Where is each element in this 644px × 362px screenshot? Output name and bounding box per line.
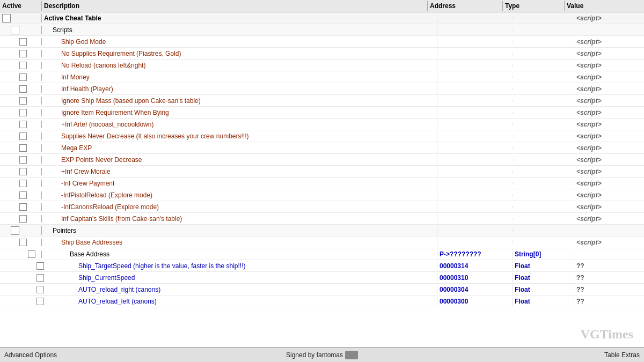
checkbox[interactable] <box>19 132 27 140</box>
checkbox[interactable] <box>19 168 27 175</box>
checkbox[interactable] <box>19 38 27 46</box>
checkbox[interactable] <box>19 191 27 199</box>
table-content[interactable]: Active Cheat Table<script>ScriptsShip Go… <box>0 12 644 347</box>
value-cell: <script> <box>574 61 644 70</box>
active-cell[interactable] <box>0 239 42 246</box>
table-row[interactable]: -InfPistolReload (Explore mode)<script> <box>0 189 644 201</box>
active-cell[interactable] <box>0 14 42 23</box>
active-cell[interactable] <box>0 38 42 46</box>
table-row[interactable]: Ship_CurrentSpeed00000310Float?? <box>0 272 644 284</box>
active-cell[interactable] <box>0 109 42 116</box>
active-cell[interactable] <box>0 226 42 235</box>
col-type-header: Type <box>503 1 565 11</box>
table-row[interactable]: Inf Money<script> <box>0 71 644 83</box>
checkbox[interactable] <box>19 239 27 246</box>
checkbox[interactable] <box>19 203 27 211</box>
checkbox[interactable] <box>19 144 27 152</box>
row-label: EXP Points Never Decrease <box>61 156 142 164</box>
footer-right[interactable]: Table Extras <box>362 351 644 359</box>
checkbox[interactable] <box>19 109 27 116</box>
table-row[interactable]: Ignore Ship Mass (based upon Cake-san's … <box>0 95 644 107</box>
table-row[interactable]: AUTO_reload_left (canons)00000300Float?? <box>0 295 644 307</box>
active-cell[interactable] <box>0 132 42 140</box>
active-cell[interactable] <box>0 50 42 57</box>
table-row[interactable]: EXP Points Never Decrease<script> <box>0 154 644 166</box>
active-cell[interactable] <box>0 286 42 293</box>
active-cell[interactable] <box>0 262 42 270</box>
active-cell[interactable] <box>0 250 42 258</box>
row-label: Inf Capitan's Skills (from Cake-san's ta… <box>61 215 182 223</box>
table-row[interactable]: Ignore Item Requirement When Bying<scrip… <box>0 107 644 119</box>
table-row[interactable]: Ship Base Addresses<script> <box>0 237 644 248</box>
address-cell: 00000304 <box>437 285 513 294</box>
checkbox[interactable] <box>19 73 27 81</box>
table-row[interactable]: Supplies Never Decrease (It also increas… <box>0 130 644 142</box>
table-row[interactable]: No Supplies Requirement (Piastres, Gold)… <box>0 48 644 60</box>
checkbox[interactable] <box>19 121 27 128</box>
table-row[interactable]: No Reload (canons left&right)<script> <box>0 60 644 71</box>
row-label: -InfPistolReload (Explore mode) <box>61 191 152 199</box>
active-cell[interactable] <box>0 191 42 199</box>
address-cell: 00000310 <box>437 273 513 283</box>
address-cell: P->???????? <box>437 249 513 259</box>
description-cell: Pointers <box>42 226 437 235</box>
checkbox[interactable] <box>11 26 19 34</box>
row-label: Scripts <box>53 26 72 34</box>
active-cell[interactable] <box>0 180 42 187</box>
footer-left[interactable]: Advanced Options <box>0 351 282 359</box>
active-cell[interactable] <box>0 97 42 105</box>
checkbox[interactable] <box>19 85 27 93</box>
value-cell: ?? <box>574 297 644 306</box>
description-cell: +Inf Crew Morale <box>42 167 437 176</box>
description-cell: Supplies Never Decrease (It also increas… <box>42 131 437 141</box>
type-cell <box>513 17 574 19</box>
table-row[interactable]: +Inf Crew Morale<script> <box>0 166 644 178</box>
table-row[interactable]: Mega EXP<script> <box>0 142 644 154</box>
table-row[interactable]: Ship_TargetSpeed (higher is the value, f… <box>0 260 644 272</box>
table-row[interactable]: AUTO_reload_right (canons)00000304Float?… <box>0 284 644 295</box>
active-cell[interactable] <box>0 121 42 128</box>
table-row[interactable]: Base AddressP->????????String[0] <box>0 248 644 260</box>
active-cell[interactable] <box>0 156 42 164</box>
description-cell: Ship_TargetSpeed (higher is the value, f… <box>42 261 437 271</box>
type-cell <box>513 182 574 184</box>
table-row[interactable]: Inf Health (Player)<script> <box>0 83 644 95</box>
checkbox[interactable] <box>19 97 27 105</box>
table-row[interactable]: Ship God Mode<script> <box>0 36 644 48</box>
active-cell[interactable] <box>0 62 42 69</box>
checkbox[interactable] <box>2 14 11 23</box>
description-cell: Ignore Ship Mass (based upon Cake-san's … <box>42 96 437 106</box>
table-row[interactable]: -Inf Crew Payment<script> <box>0 178 644 189</box>
checkbox[interactable] <box>19 180 27 187</box>
table-row[interactable]: Active Cheat Table<script> <box>0 12 644 24</box>
active-cell[interactable] <box>0 298 42 305</box>
active-cell[interactable] <box>0 144 42 152</box>
checkbox[interactable] <box>19 50 27 57</box>
active-cell[interactable] <box>0 203 42 211</box>
active-cell[interactable] <box>0 85 42 93</box>
active-cell[interactable] <box>0 73 42 81</box>
checkbox[interactable] <box>11 226 19 235</box>
table-row[interactable]: Scripts <box>0 24 644 36</box>
row-label: Ship God Mode <box>61 38 106 46</box>
table-row[interactable]: Inf Capitan's Skills (from Cake-san's ta… <box>0 213 644 225</box>
description-cell: Scripts <box>42 25 437 35</box>
active-cell[interactable] <box>0 274 42 282</box>
table-row[interactable]: +Inf Artef (nocoast_nocooldown)<script> <box>0 119 644 130</box>
active-cell[interactable] <box>0 215 42 223</box>
checkbox[interactable] <box>19 156 27 164</box>
checkbox[interactable] <box>19 62 27 69</box>
table-row[interactable]: Pointers <box>0 225 644 237</box>
type-cell <box>513 76 574 78</box>
table-row[interactable]: -InfCanonsReload (Explore mode)<script> <box>0 201 644 213</box>
address-cell <box>437 171 513 173</box>
active-cell[interactable] <box>0 26 42 34</box>
active-cell[interactable] <box>0 168 42 175</box>
address-cell <box>437 88 513 90</box>
address-cell <box>437 135 513 137</box>
checkbox[interactable] <box>28 250 35 258</box>
checkbox[interactable] <box>19 215 27 223</box>
row-label: Inf Money <box>61 73 90 81</box>
value-cell <box>574 253 644 255</box>
value-cell: <script> <box>574 190 644 200</box>
